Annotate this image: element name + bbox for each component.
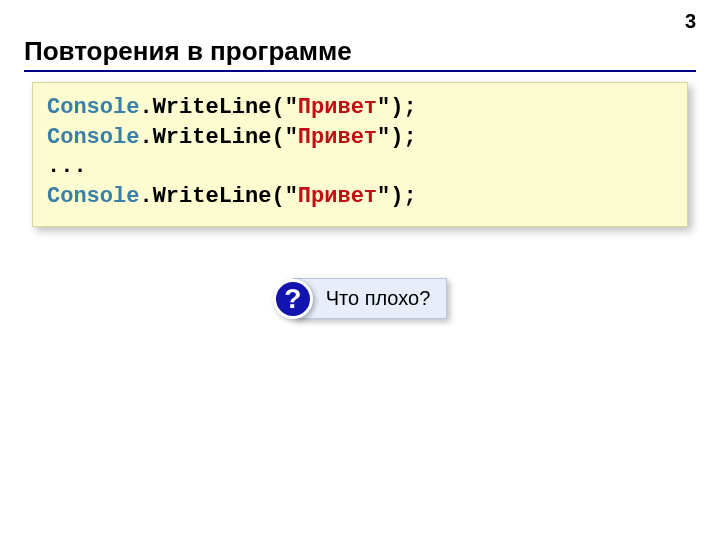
code-token-punc: (": [271, 184, 297, 209]
code-token-punc: (": [271, 95, 297, 120]
code-token-method: WriteLine: [153, 95, 272, 120]
code-token-punc: .: [139, 184, 152, 209]
code-token-class: Console: [47, 95, 139, 120]
title-underline: [24, 70, 696, 72]
code-line: Console.WriteLine("Привет");: [47, 182, 673, 212]
callout-container: ? Что плохо?: [0, 278, 720, 319]
code-line: Console.WriteLine("Привет");: [47, 123, 673, 153]
code-line: Console.WriteLine("Привет");: [47, 93, 673, 123]
code-line-ellipsis: ...: [47, 152, 673, 182]
slide-title: Повторения в программе: [24, 36, 352, 67]
code-token-punc: .: [139, 125, 152, 150]
code-token-string: Привет: [298, 125, 377, 150]
code-token-punc: ");: [377, 184, 417, 209]
code-token-method: WriteLine: [153, 125, 272, 150]
code-token-punc: .: [139, 95, 152, 120]
code-token-string: Привет: [298, 95, 377, 120]
code-block: Console.WriteLine("Привет"); Console.Wri…: [32, 82, 688, 227]
page-number: 3: [685, 10, 696, 33]
question-icon: ?: [273, 279, 313, 319]
code-token-punc: (": [271, 125, 297, 150]
callout-text: Что плохо?: [293, 278, 448, 319]
code-token-class: Console: [47, 125, 139, 150]
callout: ? Что плохо?: [273, 278, 448, 319]
code-token-string: Привет: [298, 184, 377, 209]
code-token-class: Console: [47, 184, 139, 209]
code-token-punc: ");: [377, 125, 417, 150]
code-token-punc: ");: [377, 95, 417, 120]
code-token-ellipsis: ...: [47, 154, 87, 179]
code-token-method: WriteLine: [153, 184, 272, 209]
